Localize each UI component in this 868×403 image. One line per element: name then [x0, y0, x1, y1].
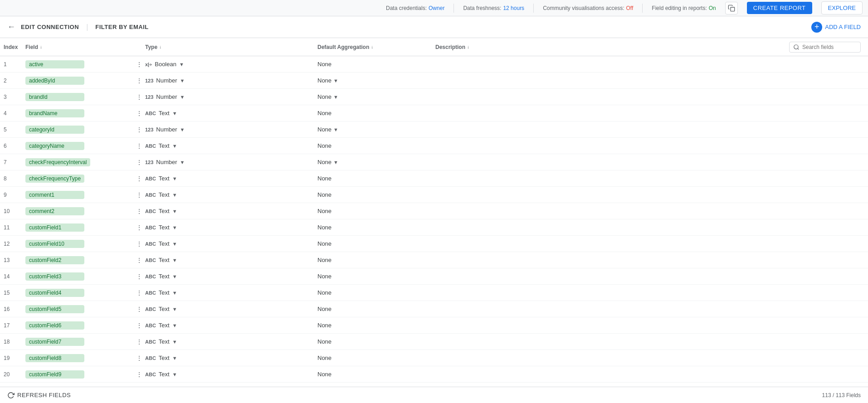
refresh-fields-button[interactable]: REFRESH FIELDS [7, 392, 71, 399]
row-dots[interactable]: ⋮ [134, 306, 145, 313]
type-dropdown[interactable]: ▼ [172, 323, 177, 328]
type-dropdown[interactable]: ▼ [172, 241, 177, 247]
row-dots[interactable]: ⋮ [134, 338, 145, 345]
dots-button[interactable]: ⋮ [134, 110, 144, 117]
dots-button[interactable]: ⋮ [134, 224, 144, 231]
dots-button[interactable]: ⋮ [134, 338, 144, 345]
field-tag[interactable]: customField10 [25, 240, 84, 248]
type-dropdown[interactable]: ▼ [172, 225, 177, 230]
row-dots[interactable]: ⋮ [134, 61, 145, 68]
dots-button[interactable]: ⋮ [134, 142, 144, 150]
explore-button[interactable]: EXPLORE [821, 1, 863, 15]
dots-button[interactable]: ⋮ [134, 93, 144, 101]
dots-button[interactable]: ⋮ [134, 77, 144, 84]
type-dropdown[interactable]: ▼ [172, 355, 177, 361]
row-dots[interactable]: ⋮ [134, 142, 145, 150]
col-aggregation[interactable]: Default Aggregation ↓ [317, 44, 435, 50]
col-type[interactable]: Type ↓ [145, 44, 317, 50]
dots-button[interactable]: ⋮ [134, 354, 144, 362]
row-dots[interactable]: ⋮ [134, 208, 145, 215]
dots-button[interactable]: ⋮ [134, 208, 144, 215]
field-tag[interactable]: comment1 [25, 191, 84, 199]
agg-dropdown-icon[interactable]: ▼ [333, 160, 338, 165]
field-tag[interactable]: customField5 [25, 305, 84, 313]
back-button[interactable]: ← [7, 22, 15, 32]
row-dots[interactable]: ⋮ [134, 224, 145, 231]
type-dropdown[interactable]: ▼ [180, 127, 185, 132]
row-dots[interactable]: ⋮ [134, 191, 145, 199]
search-input[interactable] [802, 44, 857, 50]
dots-button[interactable]: ⋮ [134, 240, 144, 248]
row-dots[interactable]: ⋮ [134, 126, 145, 133]
field-tag[interactable]: customField2 [25, 256, 84, 264]
field-tag[interactable]: customField8 [25, 354, 84, 362]
row-dots[interactable]: ⋮ [134, 371, 145, 378]
type-dropdown[interactable]: ▼ [172, 372, 177, 377]
type-dropdown[interactable]: ▼ [172, 290, 177, 296]
type-dropdown[interactable]: ▼ [172, 339, 177, 345]
field-tag[interactable]: customField9 [25, 370, 84, 379]
row-dots[interactable]: ⋮ [134, 273, 145, 280]
dots-button[interactable]: ⋮ [134, 159, 144, 166]
create-report-button[interactable]: CREATE REPORT [747, 2, 812, 14]
field-tag[interactable]: checkFrequencyInterval [25, 158, 90, 166]
type-dropdown[interactable]: ▼ [179, 62, 184, 67]
field-tag[interactable]: customField7 [25, 338, 84, 346]
agg-dropdown-icon[interactable]: ▼ [333, 127, 338, 132]
type-dropdown[interactable]: ▼ [172, 306, 177, 312]
row-dots[interactable]: ⋮ [134, 159, 145, 166]
field-tag[interactable]: comment2 [25, 207, 84, 215]
add-field-button[interactable]: + ADD A FIELD [811, 22, 861, 33]
col-description[interactable]: Description ↓ [435, 44, 774, 50]
dots-button[interactable]: ⋮ [134, 126, 144, 133]
field-tag[interactable]: addedById [25, 77, 84, 85]
field-tag[interactable]: customField3 [25, 272, 84, 281]
dots-button[interactable]: ⋮ [134, 191, 144, 199]
field-tag[interactable]: brandId [25, 93, 84, 101]
row-dots[interactable]: ⋮ [134, 77, 145, 84]
dots-button[interactable]: ⋮ [134, 175, 144, 182]
dots-button[interactable]: ⋮ [134, 273, 144, 280]
dots-button[interactable]: ⋮ [134, 306, 144, 313]
field-tag[interactable]: customField6 [25, 321, 84, 330]
field-tag[interactable]: categoryId [25, 126, 84, 134]
type-dropdown[interactable]: ▼ [172, 176, 177, 181]
field-tag[interactable]: active [25, 60, 84, 68]
dots-button[interactable]: ⋮ [134, 257, 144, 264]
type-dropdown[interactable]: ▼ [172, 209, 177, 214]
field-editing-value[interactable]: On [709, 5, 716, 11]
field-tag[interactable]: checkFrequencyType [25, 175, 84, 183]
type-dropdown[interactable]: ▼ [180, 78, 185, 83]
community-access-value[interactable]: Off [626, 5, 634, 11]
data-freshness-value[interactable]: 12 hours [503, 5, 524, 11]
row-dots[interactable]: ⋮ [134, 240, 145, 248]
search-wrapper[interactable] [789, 42, 861, 53]
row-dots[interactable]: ⋮ [134, 93, 145, 101]
type-dropdown[interactable]: ▼ [180, 160, 185, 165]
data-credentials-value[interactable]: Owner [429, 5, 444, 11]
field-tag[interactable]: categoryName [25, 142, 84, 150]
type-dropdown[interactable]: ▼ [172, 143, 177, 149]
field-tag[interactable]: brandName [25, 109, 84, 117]
row-dots[interactable]: ⋮ [134, 322, 145, 329]
row-dots[interactable]: ⋮ [134, 257, 145, 264]
type-dropdown[interactable]: ▼ [180, 94, 185, 100]
copy-button[interactable] [725, 2, 738, 15]
dots-button[interactable]: ⋮ [134, 371, 144, 378]
type-dropdown[interactable]: ▼ [172, 274, 177, 279]
row-dots[interactable]: ⋮ [134, 289, 145, 296]
agg-dropdown-icon[interactable]: ▼ [333, 94, 338, 100]
col-field[interactable]: Field ↓ [25, 44, 134, 50]
agg-dropdown-icon[interactable]: ▼ [333, 78, 338, 83]
dots-button[interactable]: ⋮ [134, 289, 144, 296]
row-dots[interactable]: ⋮ [134, 110, 145, 117]
dots-button[interactable]: ⋮ [134, 322, 144, 329]
field-tag[interactable]: dateAdded [25, 387, 84, 387]
type-dropdown[interactable]: ▼ [172, 111, 177, 116]
dots-button[interactable]: ⋮ [134, 61, 144, 68]
row-dots[interactable]: ⋮ [134, 175, 145, 182]
field-tag[interactable]: customField4 [25, 289, 84, 297]
type-dropdown[interactable]: ▼ [172, 192, 177, 198]
row-dots[interactable]: ⋮ [134, 354, 145, 362]
type-dropdown[interactable]: ▼ [172, 257, 177, 263]
